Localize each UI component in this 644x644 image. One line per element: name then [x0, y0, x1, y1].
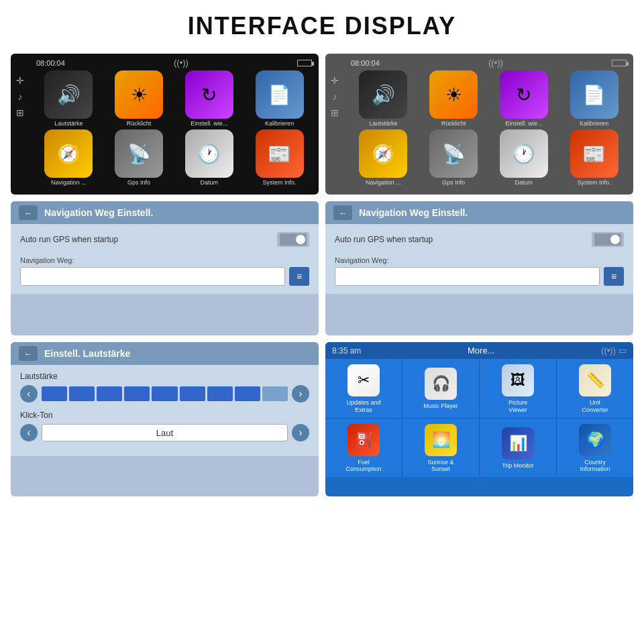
- more-app-item[interactable]: 🌅Sunrise & Sunset: [402, 419, 479, 478]
- more-app-item[interactable]: ⛽Fuel Consumption: [325, 419, 402, 478]
- klick-ton-prev-button[interactable]: ‹: [20, 424, 38, 441]
- laut-panel: ← Einstell. Lautstärke Lautstärke ‹ › Kl…: [11, 342, 319, 496]
- wifi-icon: ((•)): [601, 345, 616, 356]
- car-app-label: Datum: [515, 179, 533, 186]
- car-app-item[interactable]: ↻Einstell. wie...: [176, 70, 244, 127]
- more-app-icon: ⛽: [347, 424, 380, 456]
- more-app-icon: 🌍: [579, 424, 611, 456]
- car-app-label: Datum: [201, 179, 219, 186]
- car-app-label: Gps Info: [127, 179, 150, 186]
- nav-panel-2-title: Navigation Weg Einstell.: [359, 207, 468, 218]
- lautstarke-slider-row: ‹ ›: [20, 385, 309, 402]
- car-app-icon: 🕐: [500, 129, 548, 178]
- signal-icon-1: ((•)): [174, 58, 189, 68]
- car-screen-1: ✛ ♪ ⊞ 08:00:04 ((•)) 🔊Lautstärke☀Rücklic…: [11, 54, 319, 195]
- more-app-label: Trip Monitor: [502, 462, 534, 470]
- car-app-icon: 📡: [115, 129, 163, 178]
- more-app-item[interactable]: ✂Updates and Extras: [325, 359, 402, 418]
- nav-panel-2-body: Auto run GPS when startup Navigation Weg…: [325, 224, 633, 294]
- car-app-label: Navigation ...: [51, 179, 87, 186]
- lautstarke-slider-track[interactable]: [42, 386, 288, 401]
- car-app-item[interactable]: 📡Gps Info: [420, 129, 488, 186]
- more-panel: 8:35 am More... ((•)) ▭ ✂Updates and Ext…: [325, 342, 633, 496]
- car-apps-grid-1: 🔊Lautstärke☀Rücklicht↻Einstell. wie...📄K…: [34, 70, 315, 186]
- nav-panel-2: ← Navigation Weg Einstell. Auto run GPS …: [325, 201, 633, 335]
- nav-auto-run-toggle[interactable]: [277, 232, 309, 247]
- more-app-icon: 🎧: [425, 368, 457, 400]
- nav-path-input[interactable]: [20, 267, 285, 286]
- laut-back-button[interactable]: ←: [19, 346, 38, 361]
- car-screen-2: ✛ ♪ ⊞ 08:00:04 ((•)) 🔊Lautstärke☀Rücklic…: [325, 54, 633, 195]
- car-app-item[interactable]: 📄Kalibrieren: [560, 70, 628, 127]
- more-apps-grid: ✂Updates and Extras🎧Music Player🖼Picture…: [325, 359, 633, 477]
- car-app-icon: 📰: [570, 129, 619, 178]
- slider-segment: [207, 386, 233, 401]
- more-app-item[interactable]: 📊Trip Monitor: [480, 419, 556, 478]
- nav-panel-1: ← Navigation Weg Einstell. Auto run GPS …: [11, 201, 319, 335]
- music-icon-2: ♪: [333, 91, 337, 102]
- more-app-icon: 🖼: [502, 364, 534, 396]
- car-app-item[interactable]: 🔊Lautstärke: [35, 70, 103, 127]
- klick-ton-value[interactable]: Laut: [42, 424, 288, 441]
- nav-panel-1-header: ← Navigation Weg Einstell.: [11, 201, 319, 224]
- car-screen-left-sidebar-2: ✛ ♪ ⊞: [325, 72, 344, 118]
- klick-ton-next-button[interactable]: ›: [292, 424, 309, 441]
- car-app-icon: ☀: [429, 70, 478, 119]
- lautstarke-increase-button[interactable]: ›: [292, 385, 309, 402]
- car-app-icon: 📄: [256, 70, 304, 119]
- car-app-label: Navigation ...: [366, 179, 401, 186]
- nav-browse-button-2[interactable]: ≡: [604, 267, 624, 286]
- nav-panel-2-back-button[interactable]: ←: [333, 205, 352, 220]
- more-app-icon: 🌅: [425, 424, 457, 456]
- car-apps-grid-2: 🔊Lautstärke☀Rücklicht↻Einstell. wie...📄K…: [348, 70, 629, 186]
- more-app-item[interactable]: 🖼Picture Viewer: [480, 359, 556, 418]
- nav-panel-1-body: Auto run GPS when startup Navigation Weg…: [11, 224, 319, 294]
- compass-icon-2: ✛: [331, 75, 339, 86]
- car-app-item[interactable]: 📡Gps Info: [105, 129, 173, 186]
- car-screen-2-header: 08:00:04 ((•)): [348, 58, 629, 70]
- toggle-track: [280, 233, 307, 246]
- car-app-label: Kalibrieren: [580, 120, 608, 127]
- battery-icon-2: [612, 60, 627, 66]
- nav-auto-run-row-2: Auto run GPS when startup: [335, 232, 624, 247]
- klick-ton-row: ‹ Laut ›: [20, 424, 309, 441]
- car-app-item[interactable]: 📰System Info.: [246, 129, 313, 186]
- slider-segment: [235, 386, 260, 401]
- car-app-item[interactable]: 🧭Navigation ...: [35, 129, 103, 186]
- more-app-item[interactable]: 📏Unit Converter: [557, 359, 633, 418]
- car-app-item[interactable]: ☀Rücklicht: [105, 70, 173, 127]
- nav-browse-button[interactable]: ≡: [289, 267, 309, 286]
- car-screen-1-header: 08:00:04 ((•)): [34, 58, 315, 70]
- car-app-item[interactable]: 📰System Info.: [560, 129, 628, 186]
- nav-panel-1-back-button[interactable]: ←: [19, 205, 38, 220]
- car-app-item[interactable]: 🧭Navigation ...: [350, 129, 417, 186]
- car-app-label: System Info.: [263, 179, 297, 186]
- lautstarke-decrease-button[interactable]: ‹: [20, 385, 38, 402]
- slider-segment: [97, 386, 122, 401]
- nav-panel-1-title: Navigation Weg Einstell.: [44, 207, 153, 218]
- more-app-item[interactable]: 🌍Country Information: [557, 419, 633, 478]
- car-app-item[interactable]: 🔊Lautstärke: [350, 70, 417, 127]
- car-app-item[interactable]: 🕐Datum: [176, 129, 244, 186]
- car-app-label: Lautstärke: [54, 120, 83, 127]
- nav-weg-label-2: Navigation Weg:: [335, 256, 624, 264]
- car-app-label: Rücklicht: [441, 120, 466, 127]
- grid-icon-2: ⊞: [331, 107, 339, 118]
- lautstarke-section: Lautstärke ‹ ›: [20, 372, 309, 402]
- more-app-label: Sunrise & Sunset: [427, 459, 453, 474]
- car-app-label: Einstell. wie...: [505, 120, 542, 127]
- more-app-item[interactable]: 🎧Music Player: [402, 359, 479, 418]
- page-title: INTERFACE DISPLAY: [0, 0, 644, 48]
- car-app-icon: 🔊: [359, 70, 407, 119]
- nav-auto-run-toggle-2[interactable]: [592, 232, 624, 247]
- car-app-item[interactable]: ↻Einstell. wie...: [490, 70, 558, 127]
- nav-path-input-2[interactable]: [335, 267, 600, 286]
- more-panel-icons: ((•)) ▭: [601, 345, 627, 356]
- more-panel-time: 8:35 am: [332, 346, 361, 356]
- nav-input-row-2: ≡: [335, 267, 624, 286]
- car-app-item[interactable]: 🕐Datum: [490, 129, 558, 186]
- car-app-item[interactable]: 📄Kalibrieren: [246, 70, 313, 127]
- battery-icon-1: [297, 60, 312, 66]
- nav-weg-label: Navigation Weg:: [20, 256, 309, 264]
- car-app-item[interactable]: ☀Rücklicht: [420, 70, 488, 127]
